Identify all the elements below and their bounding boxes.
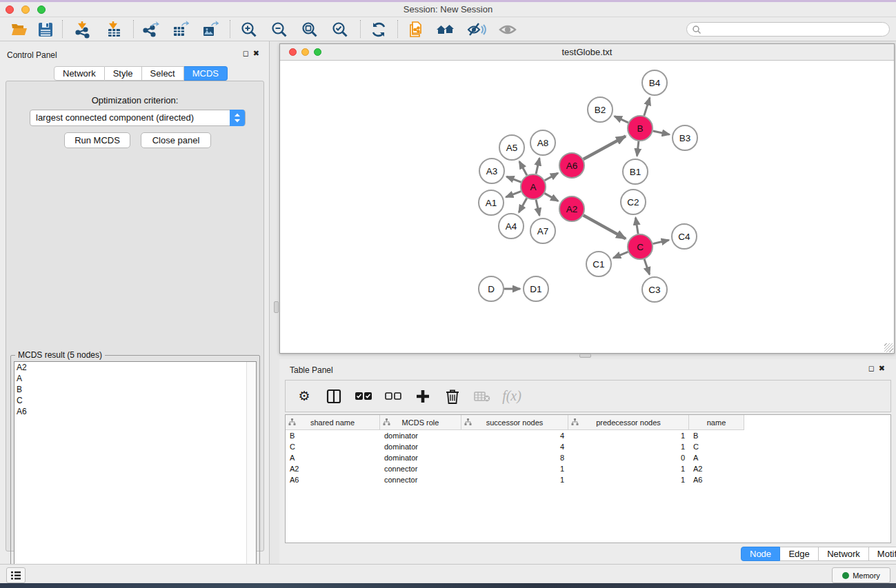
table-cell[interactable]: A2 bbox=[689, 463, 744, 474]
hide-selected-icon[interactable] bbox=[467, 20, 486, 39]
table-cell[interactable]: A bbox=[689, 452, 744, 463]
table-row[interactable]: Bdominator41B bbox=[286, 430, 890, 441]
table-row[interactable]: A6connector11A6 bbox=[286, 474, 890, 485]
export-image-icon[interactable] bbox=[200, 20, 219, 39]
import-table-icon[interactable] bbox=[104, 20, 123, 39]
show-column-icon[interactable] bbox=[325, 387, 343, 405]
horizontal-divider-handle[interactable] bbox=[579, 354, 591, 358]
graph-edge-C-C4[interactable] bbox=[653, 240, 668, 243]
table-cell[interactable]: A bbox=[286, 452, 380, 463]
graph-edge-A-A2[interactable] bbox=[544, 193, 558, 201]
import-network-icon[interactable] bbox=[73, 20, 92, 39]
table-cell[interactable]: A6 bbox=[286, 474, 380, 485]
table-cell[interactable]: A2 bbox=[286, 463, 380, 474]
graph-edge-A-A6[interactable] bbox=[545, 173, 558, 181]
settings-gear-icon[interactable]: ⚙ bbox=[295, 387, 313, 405]
refresh-layout-icon[interactable] bbox=[369, 20, 388, 39]
open-file-icon[interactable] bbox=[10, 20, 29, 39]
graph-edge-A2-C[interactable] bbox=[584, 215, 626, 239]
search-box[interactable] bbox=[686, 22, 890, 37]
graph-edge-A-A5[interactable] bbox=[519, 161, 527, 175]
table-close-icon[interactable]: ✖ bbox=[879, 364, 889, 372]
table-cell[interactable]: 1 bbox=[568, 474, 689, 485]
vertical-divider-handle[interactable] bbox=[274, 301, 279, 313]
task-history-button[interactable] bbox=[6, 567, 26, 583]
table-row[interactable]: A2connector11A2 bbox=[286, 463, 890, 474]
table-cell[interactable]: B bbox=[689, 430, 744, 441]
table-cell[interactable]: dominator bbox=[380, 452, 461, 463]
zoom-fit-icon[interactable] bbox=[300, 20, 319, 39]
tab-select[interactable]: Select bbox=[142, 66, 184, 81]
table-cell[interactable]: 1 bbox=[568, 463, 689, 474]
network-canvas[interactable]: B4B2BB3A8A5A6A3B1AA1C2A2A4A7C4CC1C3DD1 bbox=[280, 61, 894, 353]
tab-mcds[interactable]: MCDS bbox=[184, 66, 228, 81]
zoom-out-icon[interactable] bbox=[270, 20, 289, 39]
table-row[interactable]: Adominator80A bbox=[286, 452, 890, 463]
result-list-item[interactable]: A bbox=[14, 373, 256, 384]
table-cell[interactable]: connector bbox=[380, 463, 461, 474]
graph-edge-A6-B[interactable] bbox=[584, 136, 626, 159]
result-list-item[interactable]: B bbox=[14, 384, 256, 395]
graph-edge-C-C2[interactable] bbox=[635, 218, 638, 234]
column-header-predecessor-nodes[interactable]: predecessor nodes bbox=[568, 415, 689, 430]
memory-button[interactable]: Memory bbox=[832, 567, 890, 583]
table-cell[interactable]: 1 bbox=[461, 474, 568, 485]
graph-edge-A-A7[interactable] bbox=[536, 200, 539, 216]
graph-edge-A-A8[interactable] bbox=[536, 158, 539, 174]
table-cell[interactable]: 1 bbox=[461, 463, 568, 474]
table-cell[interactable]: 1 bbox=[568, 430, 689, 441]
graph-edge-A-A3[interactable] bbox=[506, 176, 521, 182]
export-network-icon[interactable] bbox=[141, 20, 160, 39]
graph-edge-B-B1[interactable] bbox=[637, 141, 639, 156]
window-resize-grip[interactable] bbox=[884, 343, 893, 352]
graph-edge-B-B2[interactable] bbox=[615, 116, 628, 123]
table-cell[interactable]: dominator bbox=[380, 430, 461, 441]
column-header-shared-name[interactable]: shared name bbox=[286, 415, 380, 430]
graph-edge-C-C1[interactable] bbox=[613, 252, 628, 258]
network-window-titlebar[interactable]: testGlobe.txt bbox=[280, 44, 894, 61]
table-float-icon[interactable]: ◻ bbox=[868, 364, 879, 372]
graph-edge-B-B3[interactable] bbox=[653, 131, 670, 134]
table-row[interactable]: Cdominator41C bbox=[286, 441, 890, 452]
graph-edge-A-A1[interactable] bbox=[506, 192, 521, 197]
column-header-name[interactable]: name bbox=[689, 415, 744, 430]
table-cell[interactable]: B bbox=[286, 430, 380, 441]
table-cell[interactable]: 4 bbox=[461, 441, 568, 452]
table-cell[interactable]: 4 bbox=[461, 430, 568, 441]
table-cell[interactable]: C bbox=[689, 441, 744, 452]
tab-network-table[interactable]: Network Table bbox=[819, 547, 869, 561]
table-cell[interactable]: C bbox=[286, 441, 380, 452]
graph-edge-C-C3[interactable] bbox=[644, 259, 650, 274]
zoom-selected-icon[interactable] bbox=[330, 20, 350, 39]
criterion-dropdown[interactable]: largest connected component (directed) bbox=[30, 110, 246, 126]
zoom-in-icon[interactable] bbox=[239, 20, 259, 39]
search-input[interactable] bbox=[701, 25, 874, 34]
table-cell[interactable]: connector bbox=[380, 474, 461, 485]
float-panel-icon[interactable]: ◻ bbox=[243, 49, 253, 57]
column-header-mcds-role[interactable]: MCDS role bbox=[380, 415, 461, 430]
duplicate-network-icon[interactable] bbox=[407, 20, 426, 39]
graph-edge-A-A4[interactable] bbox=[519, 199, 526, 212]
show-all-icon[interactable] bbox=[498, 20, 517, 39]
node-table[interactable]: shared name MCDS role successor nodes pr… bbox=[285, 414, 891, 543]
table-cell[interactable]: 0 bbox=[568, 452, 689, 463]
save-session-icon[interactable] bbox=[36, 20, 55, 39]
graph-edge-B-B4[interactable] bbox=[644, 98, 650, 116]
tab-motifs[interactable]: Motifs bbox=[869, 547, 896, 561]
unselect-all-columns-icon[interactable] bbox=[384, 387, 402, 405]
result-list-item[interactable]: A6 bbox=[14, 406, 256, 417]
result-list-item[interactable]: A2 bbox=[14, 362, 256, 373]
table-cell[interactable]: A6 bbox=[689, 474, 744, 485]
column-header-successor-nodes[interactable]: successor nodes bbox=[461, 415, 568, 430]
run-mcds-button[interactable]: Run MCDS bbox=[64, 132, 130, 148]
table-cell[interactable]: dominator bbox=[380, 441, 461, 452]
tab-style[interactable]: Style bbox=[105, 66, 142, 81]
close-panel-icon[interactable]: ✖ bbox=[253, 49, 263, 57]
result-list-scrollbar[interactable] bbox=[246, 362, 256, 584]
mcds-result-list[interactable]: A2ABCA6 bbox=[14, 361, 257, 585]
tab-node-table[interactable]: Node Table bbox=[741, 547, 780, 561]
close-panel-button[interactable]: Close panel bbox=[141, 132, 211, 148]
delete-column-icon[interactable] bbox=[444, 387, 461, 405]
tab-edge-table[interactable]: Edge Table bbox=[780, 547, 819, 561]
table-cell[interactable]: 1 bbox=[568, 441, 689, 452]
